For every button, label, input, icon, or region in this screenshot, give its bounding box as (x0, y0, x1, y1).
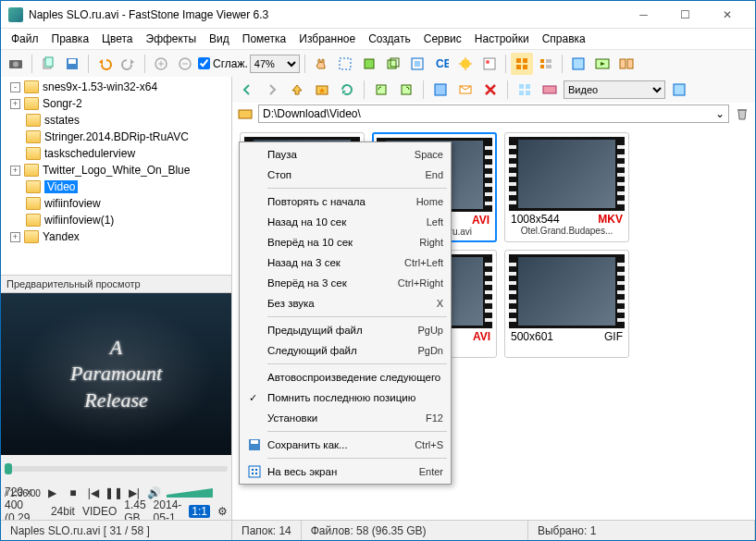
tree-item[interactable]: +Twitter_Logo_White_On_Blue (3, 162, 229, 178)
hand-icon[interactable] (310, 53, 332, 75)
tree-item[interactable]: -snes9x-1.53-win32-x64 (3, 79, 229, 95)
adjust-icon[interactable] (454, 53, 477, 75)
tree-item[interactable]: Video (3, 178, 229, 195)
menu-item[interactable]: ПаузаSpace (242, 144, 449, 165)
svg-rect-39 (239, 110, 252, 118)
tree-item[interactable]: wifiinfoview (3, 195, 229, 212)
clone-icon[interactable] (382, 53, 404, 75)
browser-toolbar: Видео (232, 77, 755, 103)
redo-icon[interactable] (118, 53, 140, 75)
zoom-select[interactable]: 47% (250, 55, 300, 73)
tree-item[interactable]: wifiinfoview(1) (3, 212, 229, 228)
menu-Пометка[interactable]: Пометка (236, 31, 293, 47)
menu-Создать[interactable]: Создать (362, 31, 417, 47)
menu-Настройки[interactable]: Настройки (468, 31, 536, 47)
seek-slider[interactable] (5, 466, 228, 472)
play-icon[interactable]: ▶ (44, 485, 61, 501)
preview-watermark: AParamountRelease (1, 293, 231, 455)
menu-Цвета[interactable]: Цвета (95, 31, 139, 47)
menu-item[interactable]: ✓Помнить последнюю позицию (242, 387, 449, 408)
preset-save-icon[interactable] (668, 79, 690, 101)
minimize-button[interactable]: ─ (623, 2, 664, 28)
tree-item[interactable]: Stringer.2014.BDRip-tRuAVC (3, 129, 229, 145)
menu-Файл[interactable]: Файл (5, 31, 45, 47)
thumbnail[interactable]: 500x601GIF (504, 250, 629, 358)
view-thumbs-icon[interactable] (511, 53, 533, 75)
menu-Эффекты[interactable]: Эффекты (140, 31, 204, 47)
maximize-button[interactable]: ☐ (664, 2, 706, 28)
forward-icon[interactable] (261, 79, 283, 101)
gear-icon[interactable]: ⚙ (217, 505, 228, 518)
draw-icon[interactable] (478, 53, 501, 75)
menu-Избранное[interactable]: Избранное (292, 31, 362, 47)
folder-icon[interactable] (236, 105, 254, 123)
batch-icon[interactable] (429, 79, 452, 101)
svg-rect-43 (249, 466, 260, 477)
tree-item[interactable]: taskschedulerview (3, 145, 229, 162)
menu-item[interactable]: Предыдущий файлPgUp (242, 320, 449, 340)
menu-item[interactable]: Назад на 10 секLeft (242, 212, 449, 232)
up-icon[interactable] (286, 79, 308, 101)
preview-area[interactable]: AParamountRelease (1, 293, 231, 455)
crop-icon[interactable] (358, 53, 380, 75)
status-selected: Выбрано: 1 (528, 521, 755, 540)
svg-rect-24 (573, 58, 584, 69)
menu-item[interactable]: УстановкиF12 (242, 408, 449, 428)
menu-item[interactable]: Следующий файлPgDn (242, 340, 449, 361)
smooth-checkbox[interactable]: Сглаж. (198, 57, 248, 70)
view-detail-icon[interactable] (535, 53, 557, 75)
menu-item[interactable]: На весь экранEnter (242, 461, 449, 482)
menu-Сервис[interactable]: Сервис (417, 31, 468, 47)
pause-icon[interactable]: ❚❚ (105, 485, 122, 501)
canvas-icon[interactable]: CB (430, 53, 452, 75)
select-icon[interactable] (334, 53, 356, 75)
menu-item[interactable]: Автовоспроизведение следующего (242, 367, 449, 387)
menu-item[interactable]: Назад на 3 секCtrl+Left (242, 252, 449, 273)
trash-icon[interactable] (733, 105, 751, 123)
camera-icon[interactable] (5, 53, 27, 75)
tree-item[interactable]: +Yandex (3, 228, 229, 245)
menu-item[interactable]: Повторять с началаHome (242, 191, 449, 212)
zoom-out-icon[interactable] (174, 53, 196, 75)
path-input[interactable]: D:\Download\Video\⌄ (258, 105, 729, 123)
menu-Справка[interactable]: Справка (536, 31, 592, 47)
compare-icon[interactable] (615, 53, 638, 75)
fav-icon[interactable] (311, 79, 333, 101)
resize-icon[interactable] (406, 53, 428, 75)
email-icon[interactable] (454, 79, 477, 101)
undo-icon[interactable] (93, 53, 116, 75)
menu-item[interactable]: Вперёд на 3 секCtrl+Right (242, 273, 449, 293)
svg-rect-5 (68, 59, 76, 64)
tree-item[interactable]: sstates (3, 112, 229, 129)
skin-icon[interactable] (539, 79, 561, 101)
svg-rect-19 (523, 58, 527, 63)
folder-tree[interactable]: -snes9x-1.53-win32-x64+Songr-2sstatesStr… (1, 77, 231, 275)
menu-item[interactable]: Сохранить как...Ctrl+S (242, 435, 449, 455)
thumbnail[interactable]: 1008x544MKVOtel.Grand.Budapes... (504, 132, 629, 242)
path-bar: D:\Download\Video\⌄ (232, 103, 755, 125)
slideshow-icon[interactable] (591, 53, 613, 75)
menu-item[interactable]: Без звукаX (242, 293, 449, 314)
svg-rect-27 (627, 59, 633, 68)
back-icon[interactable] (236, 79, 258, 101)
volume-slider[interactable] (167, 488, 213, 498)
copy-icon[interactable] (37, 53, 59, 75)
refresh-icon[interactable] (336, 79, 358, 101)
menu-Правка[interactable]: Правка (45, 31, 96, 47)
rotate-right-icon[interactable] (395, 79, 417, 101)
stop-icon[interactable]: ■ (65, 485, 81, 501)
close-button[interactable]: ✕ (706, 2, 748, 28)
save-icon[interactable] (61, 53, 83, 75)
prev-icon[interactable]: |◀ (85, 485, 102, 501)
menu-item[interactable]: Вперёд на 10 секRight (242, 232, 449, 252)
tree-item[interactable]: +Songr-2 (3, 95, 229, 112)
ratio-badge[interactable]: 1:1 (189, 505, 210, 518)
rotate-left-icon[interactable] (370, 79, 392, 101)
settings-icon[interactable] (514, 79, 536, 101)
menu-Вид[interactable]: Вид (203, 31, 236, 47)
delete-icon[interactable] (479, 79, 502, 101)
zoom-in-icon[interactable] (150, 53, 172, 75)
fullscreen-icon[interactable] (567, 53, 589, 75)
filter-select[interactable]: Видео (564, 80, 665, 99)
menu-item[interactable]: СтопEnd (242, 165, 449, 185)
